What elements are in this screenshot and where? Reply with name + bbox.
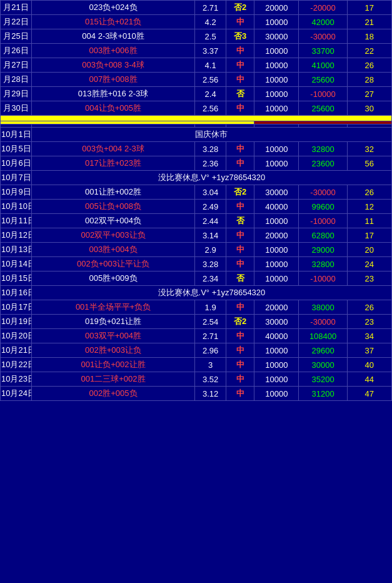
cell-in: 10000 bbox=[254, 101, 299, 116]
cell-total: 37 bbox=[347, 343, 391, 358]
cell-plan: 017让胜+023胜 bbox=[31, 156, 194, 171]
cell-total: 40 bbox=[347, 358, 391, 372]
cell-sp: 2.34 bbox=[195, 271, 226, 286]
cell-date: 10月12日 bbox=[1, 228, 32, 243]
oct-row: 10月22日 001让负+002让胜 3 中 10000 30000 40 bbox=[1, 358, 392, 372]
cell-sp: 3.12 bbox=[195, 387, 226, 401]
oct-row: 10月17日 001半全场平平+负负 1.9 中 20000 38000 26 bbox=[1, 300, 392, 315]
cell-date: 月29日 bbox=[1, 87, 32, 101]
oct-row: 10月5日 003负+004 2-3球 3.28 中 10000 32800 3… bbox=[1, 142, 392, 156]
cell-in: 10000 bbox=[254, 87, 299, 101]
cell-back: 99600 bbox=[299, 200, 347, 214]
cell-hit: 中 bbox=[226, 156, 254, 171]
cell-sp: 2.96 bbox=[195, 343, 226, 358]
cell-plan: 002负+003让平让负 bbox=[31, 257, 194, 271]
cell-total: 28 bbox=[347, 73, 391, 87]
cell-rest: 没比赛休息.V° +1yz78654320 bbox=[31, 171, 391, 185]
cell-plan: 002胜+005负 bbox=[31, 387, 194, 401]
cell-plan: 023负+024负 bbox=[31, 1, 194, 15]
cell-back: 35200 bbox=[299, 372, 347, 387]
cell-total: 26 bbox=[347, 300, 391, 315]
cell-plan: 015让负+021负 bbox=[31, 15, 194, 29]
cell-in: 10000 bbox=[254, 243, 299, 257]
cell-hit: 否2 bbox=[226, 1, 254, 15]
cell-hit: 中 bbox=[226, 257, 254, 271]
cell-date: 10月16日 bbox=[1, 286, 32, 300]
oct-row: 10月11日 002双平+004负 2.44 否 10000 -10000 11 bbox=[1, 214, 392, 228]
cell-plan: 003负+004 2-3球 bbox=[31, 142, 194, 156]
cell-back: -10000 bbox=[299, 214, 347, 228]
cell-sp: 3.04 bbox=[195, 185, 226, 200]
cell-hit: 中 bbox=[226, 243, 254, 257]
cell-back: -30000 bbox=[299, 29, 347, 44]
cell-total: 30 bbox=[347, 101, 391, 116]
cell-total: 11 bbox=[347, 214, 391, 228]
cell-hit: 中 bbox=[226, 228, 254, 243]
cell-in: 40000 bbox=[254, 329, 299, 343]
cell-back: 29600 bbox=[299, 343, 347, 358]
cell-total: 22 bbox=[347, 44, 391, 58]
cell-sp: 3 bbox=[195, 358, 226, 372]
cell-in: 30000 bbox=[254, 185, 299, 200]
cell-in: 10000 bbox=[254, 214, 299, 228]
cell-plan: 013胜胜+016 2-3球 bbox=[31, 87, 194, 101]
cell-back: 38000 bbox=[299, 300, 347, 315]
oct-row: 10月14日 002负+003让平让负 3.28 中 10000 32800 2… bbox=[1, 257, 392, 271]
cell-in: 10000 bbox=[254, 156, 299, 171]
cell-date: 10月19日 bbox=[1, 315, 32, 329]
cell-back: 23600 bbox=[299, 156, 347, 171]
cell-sp: 2.71 bbox=[195, 329, 226, 343]
cell-plan: 003胜+004负 bbox=[31, 243, 194, 257]
cell-sp: 4.2 bbox=[195, 15, 226, 29]
cell-in: 10000 bbox=[254, 271, 299, 286]
cell-hit: 中 bbox=[226, 387, 254, 401]
cell-total: 26 bbox=[347, 185, 391, 200]
oct-row: 10月24日 002胜+005负 3.12 中 10000 31200 47 bbox=[1, 387, 392, 401]
cell-in: 10000 bbox=[254, 257, 299, 271]
top-row: 月30日 004让负+005胜 2.56 中 10000 25600 30 bbox=[1, 101, 392, 116]
top-row: 月21日 023负+024负 2.71 否2 20000 -20000 17 bbox=[1, 1, 392, 15]
cell-in: 10000 bbox=[254, 142, 299, 156]
cell-sp: 3.37 bbox=[195, 44, 226, 58]
cell-date: 月21日 bbox=[1, 1, 32, 15]
cell-date: 10月14日 bbox=[1, 257, 32, 271]
oct-row: 10月9日 001让胜+002胜 3.04 否2 30000 -30000 26 bbox=[1, 185, 392, 200]
cell-plan: 001让负+002让胜 bbox=[31, 358, 194, 372]
cell-in: 10000 bbox=[254, 372, 299, 387]
cell-date: 月22日 bbox=[1, 15, 32, 29]
cell-plan: 004让负+005胜 bbox=[31, 101, 194, 116]
cell-date: 月25日 bbox=[1, 29, 32, 44]
oct-row: 10月6日 017让胜+023胜 2.36 中 10000 23600 56 bbox=[1, 156, 392, 171]
cell-date: 10月24日 bbox=[1, 387, 32, 401]
cell-date: 10月22日 bbox=[1, 358, 32, 372]
cell-back: -30000 bbox=[299, 315, 347, 329]
cell-date: 月30日 bbox=[1, 101, 32, 116]
cell-hit: 否2 bbox=[226, 315, 254, 329]
cell-hit: 中 bbox=[226, 15, 254, 29]
cell-in: 10000 bbox=[254, 15, 299, 29]
oct-row: 10月20日 003双平+004胜 2.71 中 40000 108400 34 bbox=[1, 329, 392, 343]
cell-hit: 中 bbox=[226, 300, 254, 315]
top-row: 月27日 003负+008 3-4球 4.1 中 10000 41000 26 bbox=[1, 58, 392, 73]
cell-total: 17 bbox=[347, 1, 391, 15]
cell-date: 10月20日 bbox=[1, 329, 32, 343]
cell-sp: 3.52 bbox=[195, 372, 226, 387]
cell-total: 24 bbox=[347, 257, 391, 271]
cell-plan: 001半全场平平+负负 bbox=[31, 300, 194, 315]
cell-total: 56 bbox=[347, 156, 391, 171]
cell-hit: 中 bbox=[226, 73, 254, 87]
cell-hit: 中 bbox=[226, 44, 254, 58]
cell-sp: 3.14 bbox=[195, 228, 226, 243]
cell-in: 20000 bbox=[254, 228, 299, 243]
cell-date: 月28日 bbox=[1, 73, 32, 87]
cell-sp: 2.44 bbox=[195, 214, 226, 228]
cell-in: 10000 bbox=[254, 58, 299, 73]
cell-total: 12 bbox=[347, 200, 391, 214]
cell-back: 29000 bbox=[299, 243, 347, 257]
cell-hit: 中 bbox=[226, 372, 254, 387]
cell-in: 10000 bbox=[254, 73, 299, 87]
cell-hit: 否 bbox=[226, 214, 254, 228]
cell-plan: 019负+021让胜 bbox=[31, 315, 194, 329]
cell-in: 40000 bbox=[254, 200, 299, 214]
cell-plan: 005胜+009负 bbox=[31, 271, 194, 286]
